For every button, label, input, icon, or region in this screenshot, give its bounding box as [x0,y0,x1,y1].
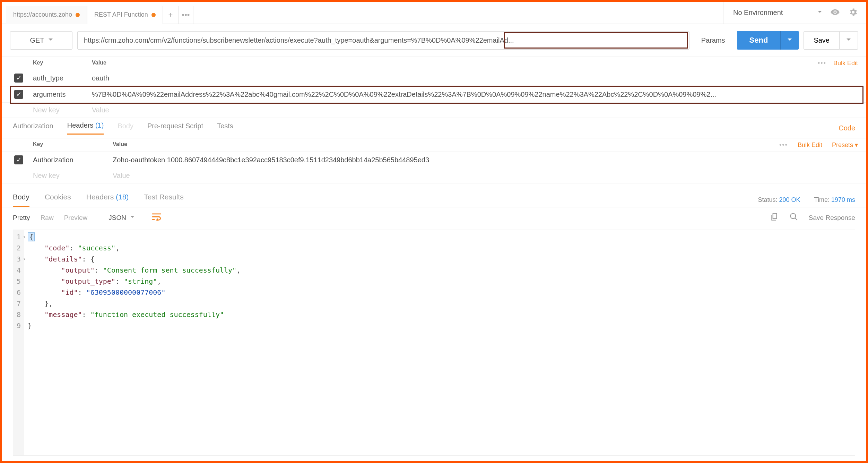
tab-label: https://accounts.zoho [13,11,72,18]
resp-headers-count: (18) [116,193,129,201]
status-label: Status: [758,196,778,203]
new-tab-button[interactable]: + [163,6,178,24]
eye-icon[interactable] [830,7,840,18]
search-icon[interactable] [789,212,798,223]
header-key[interactable]: Authorization [33,156,113,164]
format-label: JSON [108,214,126,222]
header-row[interactable]: ✓ Authorization Zoho-oauthtoken 1000.860… [2,152,866,168]
presets-label: Presets [832,142,853,148]
status-display: Status: 200 OK [758,196,800,204]
checkbox-checked-icon[interactable]: ✓ [14,74,23,83]
url-text: https://crm.zoho.com/crm/v2/functions/su… [84,36,514,44]
status-value: 200 OK [779,196,800,203]
tab-authorization[interactable]: Authorization [13,122,53,134]
chevron-down-icon[interactable] [818,9,822,16]
generate-code-link[interactable]: Code [839,124,855,132]
time-label: Time: [814,196,830,203]
wrap-lines-icon[interactable] [145,213,162,222]
param-row[interactable]: ✓ arguments %7B%0D%0A%09%22emailAddress%… [2,86,866,103]
param-key-placeholder[interactable]: New key [33,106,92,114]
headers-count: (1) [95,121,104,129]
param-value[interactable]: oauth [92,74,858,82]
view-pretty[interactable]: Pretty [13,214,30,222]
param-value-placeholder[interactable]: Value [92,106,858,114]
gear-icon[interactable] [848,7,858,18]
bulk-edit-link[interactable]: Bulk Edit [798,142,822,149]
tab-prerequest[interactable]: Pre-request Script [147,122,203,134]
checkbox-checked-icon[interactable]: ✓ [14,155,23,164]
checkbox-checked-icon[interactable]: ✓ [14,90,23,99]
line-gutter: 1 2 3 4 5 6 7 8 9 [13,230,24,455]
http-method-select[interactable]: GET [10,31,72,50]
tab-label: Headers [86,193,114,201]
send-dropdown[interactable] [780,31,799,50]
url-input[interactable]: https://crm.zoho.com/crm/v2/functions/su… [77,31,689,50]
chevron-down-icon [130,214,134,222]
tab-label: REST API Function [94,11,148,18]
presets-link[interactable]: Presets ▾ [832,141,858,149]
headers-col-value: Value [113,141,779,149]
params-col-key: Key [33,60,92,67]
svg-point-0 [790,213,796,218]
tab-label: Headers [67,121,94,129]
code-content: { "code": "success", "details": { "outpu… [24,230,244,455]
header-value-placeholder[interactable]: Value [113,172,858,180]
params-col-value: Value [92,60,818,67]
param-key[interactable]: arguments [33,91,92,98]
param-row-new[interactable]: New key Value [2,103,866,118]
param-value[interactable]: %7B%0D%0A%09%22emailAddress%22%3A%22abc%… [92,91,858,98]
save-button[interactable]: Save [804,31,840,50]
resp-tab-headers[interactable]: Headers (18) [86,193,129,207]
param-key[interactable]: auth_type [33,74,92,82]
copy-icon[interactable] [770,212,779,223]
view-preview[interactable]: Preview [64,214,88,222]
unsaved-dot-icon [76,13,80,17]
resp-tab-body[interactable]: Body [13,193,29,207]
header-value[interactable]: Zoho-oauthtoken 1000.8607494449c8bc1e392… [113,156,858,164]
view-raw[interactable]: Raw [41,214,54,222]
time-value: 1970 ms [831,196,855,203]
bulk-edit-link[interactable]: Bulk Edit [833,60,858,67]
method-label: GET [30,36,44,44]
params-more-icon[interactable]: ••• [818,60,826,67]
headers-col-key: Key [33,141,113,149]
environment-select[interactable]: No Environment [733,9,809,17]
send-button[interactable]: Send [737,31,781,50]
time-display: Time: 1970 ms [814,196,855,204]
tab-tests[interactable]: Tests [217,122,233,134]
param-row[interactable]: ✓ auth_type oauth [2,70,866,86]
chevron-down-icon [49,36,53,44]
unsaved-dot-icon [151,13,156,17]
tab-headers[interactable]: Headers (1) [67,121,104,135]
response-body-viewer[interactable]: 1 2 3 4 5 6 7 8 9 { "code": "success", "… [13,230,855,456]
header-row-new[interactable]: New key Value [2,168,866,183]
resp-tab-tests[interactable]: Test Results [144,193,183,207]
save-dropdown[interactable] [840,31,858,50]
header-key-placeholder[interactable]: New key [33,172,113,180]
save-response-link[interactable]: Save Response [809,214,855,222]
request-tab-2[interactable]: REST API Function [87,6,163,24]
params-toggle[interactable]: Params [694,36,732,44]
annotation-highlight [504,32,688,49]
resp-tab-cookies[interactable]: Cookies [45,193,71,207]
headers-more-icon[interactable]: ••• [779,142,788,149]
format-select[interactable]: JSON [98,214,134,222]
request-tab-1[interactable]: https://accounts.zoho [6,6,87,24]
tab-overflow-button[interactable]: ••• [178,6,193,24]
tab-body[interactable]: Body [118,122,133,134]
chevron-down-icon [847,37,851,44]
chevron-down-icon [788,37,792,44]
